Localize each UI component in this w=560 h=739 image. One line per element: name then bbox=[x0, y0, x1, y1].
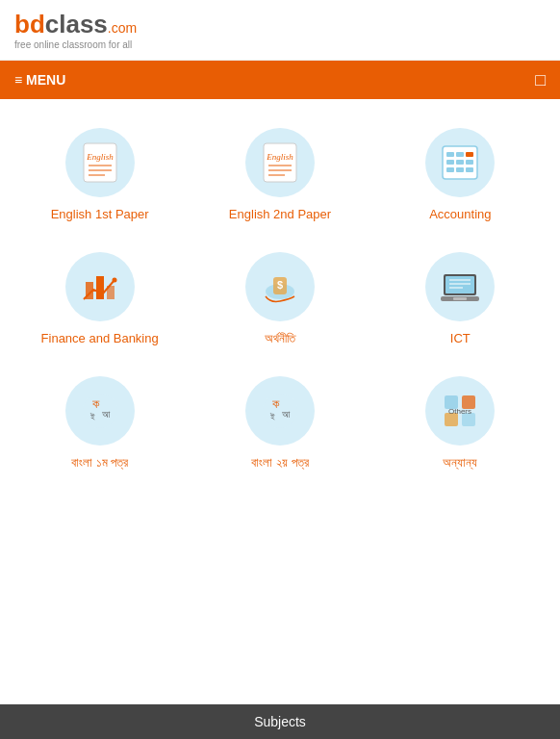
svg-text:ই: ই bbox=[269, 412, 275, 421]
subject-label-bangla1: বাংলা ১ম পত্র bbox=[71, 455, 128, 471]
svg-point-38 bbox=[263, 394, 297, 428]
subject-label-bangla2: বাংলা ২য় পত্র bbox=[251, 455, 308, 471]
svg-text:English: English bbox=[86, 152, 114, 162]
svg-text:$: $ bbox=[277, 279, 283, 291]
subject-item-others[interactable]: Others অন্যান্য bbox=[375, 367, 546, 481]
svg-text:ই: ই bbox=[89, 412, 95, 421]
subject-item-economics[interactable]: $ অর্থনীতি bbox=[194, 242, 365, 357]
subject-icon-economics: $ bbox=[245, 252, 315, 321]
subject-icon-ict bbox=[425, 252, 495, 321]
svg-rect-5 bbox=[264, 143, 296, 182]
svg-rect-18 bbox=[456, 167, 464, 172]
subject-label-ict: ICT bbox=[450, 331, 471, 347]
subject-label-finance: Finance and Banking bbox=[41, 331, 159, 347]
subject-item-english1[interactable]: English English 1st Paper bbox=[14, 118, 185, 233]
svg-rect-16 bbox=[466, 160, 473, 165]
subject-label-english2: English 2nd Paper bbox=[229, 207, 331, 223]
footer-label: Subjects bbox=[254, 714, 306, 729]
logo-bd: bd bbox=[14, 10, 45, 38]
svg-text:ক: ক bbox=[92, 396, 100, 411]
subject-item-finance[interactable]: Finance and Banking bbox=[14, 242, 185, 357]
footer-bar: Subjects bbox=[0, 704, 560, 739]
logo: bdclass.com free online classroom for al… bbox=[14, 10, 137, 50]
svg-rect-21 bbox=[96, 276, 104, 299]
logo-com: .com bbox=[108, 20, 137, 36]
subject-label-economics: অর্থনীতি bbox=[265, 331, 295, 347]
subject-icon-accounting bbox=[425, 128, 495, 197]
subject-icon-english2: English bbox=[245, 128, 315, 197]
svg-rect-13 bbox=[466, 152, 473, 157]
svg-rect-11 bbox=[446, 152, 454, 157]
subject-item-bangla2[interactable]: ক আ ই বাংলা ২য় পত্র bbox=[194, 367, 365, 481]
svg-rect-0 bbox=[84, 143, 116, 182]
svg-rect-28 bbox=[445, 276, 474, 293]
subjects-grid: English English 1st Paper English Englis… bbox=[0, 99, 560, 500]
svg-text:আ: আ bbox=[102, 409, 111, 420]
subject-icon-others: Others bbox=[425, 376, 495, 446]
svg-point-23 bbox=[112, 277, 116, 282]
subject-item-accounting[interactable]: Accounting bbox=[375, 118, 546, 233]
svg-point-34 bbox=[83, 394, 117, 428]
svg-text:Others: Others bbox=[448, 407, 471, 416]
svg-rect-30 bbox=[453, 297, 467, 300]
subject-label-others: অন্যান্য bbox=[443, 455, 477, 471]
subject-icon-finance bbox=[65, 252, 135, 321]
subject-icon-english1: English bbox=[65, 128, 135, 197]
menu-label[interactable]: ≡ MENU bbox=[14, 72, 65, 88]
svg-text:English: English bbox=[266, 152, 293, 162]
navbar: ≡ MENU □ bbox=[0, 61, 560, 99]
header: bdclass.com free online classroom for al… bbox=[0, 0, 560, 61]
subject-label-accounting: Accounting bbox=[429, 207, 491, 223]
logo-class: class bbox=[45, 10, 108, 38]
svg-rect-15 bbox=[456, 160, 464, 165]
svg-text:আ: আ bbox=[282, 409, 291, 420]
subject-icon-bangla2: ক আ ই bbox=[245, 376, 315, 446]
svg-rect-14 bbox=[446, 160, 454, 165]
subject-item-ict[interactable]: ICT bbox=[375, 242, 546, 357]
subject-icon-bangla1: ক আ ই bbox=[65, 376, 135, 446]
svg-rect-12 bbox=[456, 152, 464, 157]
subject-item-bangla1[interactable]: ক আ ই বাংলা ১ম পত্র bbox=[14, 367, 185, 481]
menu-icon[interactable]: □ bbox=[535, 70, 546, 90]
svg-text:ক: ক bbox=[272, 396, 280, 411]
logo-tagline: free online classroom for all bbox=[14, 39, 137, 50]
svg-rect-19 bbox=[466, 167, 473, 172]
subject-label-english1: English 1st Paper bbox=[51, 207, 149, 223]
svg-rect-17 bbox=[446, 167, 454, 172]
subject-item-english2[interactable]: English English 2nd Paper bbox=[194, 118, 365, 233]
